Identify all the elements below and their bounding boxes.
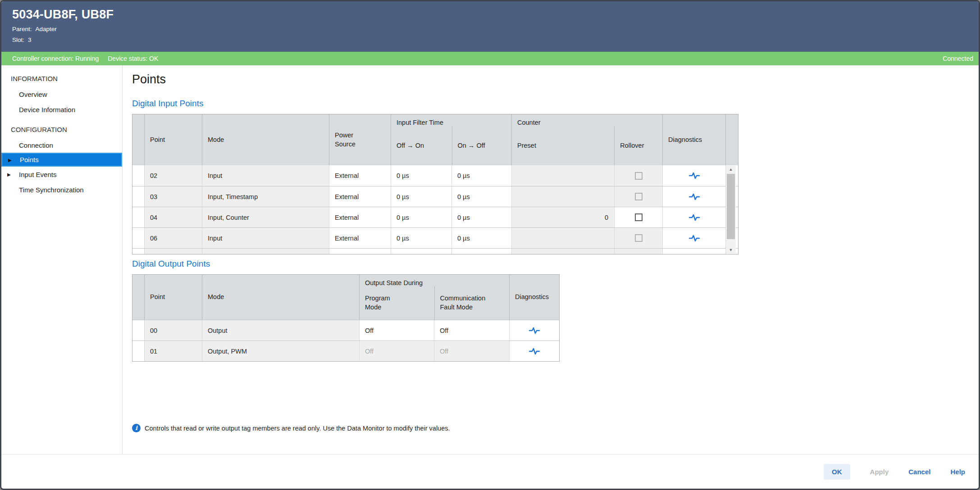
scroll-up-arrow-icon[interactable]: ▲ [726, 166, 736, 173]
diagnostics-pulse-icon[interactable] [689, 171, 700, 180]
off-on-cell[interactable]: 0 µs [391, 186, 452, 207]
col-header-mode: Mode [202, 136, 224, 145]
sidebar-item-label: Input Events [19, 171, 56, 178]
sidebar-item-label: Time Synchronization [19, 186, 84, 194]
on-off-cell[interactable]: 0 µs [452, 249, 512, 254]
connection-state: Connected [943, 55, 973, 62]
read-only-note: i Controls that read or write output tag… [132, 424, 979, 432]
apply-button[interactable]: Apply [870, 468, 889, 476]
col-header-rollover: Rollover [615, 141, 644, 150]
sidebar-section-configuration: CONFIGURATION [1, 122, 122, 137]
slot-row: Slot: 3 [12, 36, 968, 43]
col-group-output-state-during: Output State During [360, 275, 509, 286]
communication-fault-mode-cell[interactable]: Off [434, 320, 510, 340]
parent-value: Adapter [36, 26, 57, 32]
col-header-mode: Mode [202, 293, 224, 302]
mode-cell: Input, Counter [202, 207, 329, 227]
diagnostics-cell[interactable] [510, 320, 559, 340]
diagnostics-pulse-icon[interactable] [689, 234, 700, 243]
rollover-checkbox [635, 193, 643, 200]
program-mode-cell: Off [360, 341, 434, 361]
diagnostics-pulse-icon[interactable] [689, 192, 700, 201]
sidebar-item-overview[interactable]: Overview [1, 86, 122, 102]
sidebar-item-label: Points [20, 156, 39, 163]
help-button[interactable]: Help [950, 468, 965, 476]
preset-cell [512, 228, 615, 248]
row-selector[interactable] [132, 186, 145, 207]
off-on-cell[interactable]: 0 µs [391, 228, 452, 248]
sidebar-item-label: Connection [19, 141, 53, 149]
row-selector[interactable] [132, 207, 145, 227]
row-selector[interactable] [132, 228, 145, 248]
on-off-cell[interactable]: 0 µs [452, 186, 512, 207]
table-row: 00 Output Off Off [132, 320, 559, 340]
off-on-cell[interactable]: 0 µs [391, 249, 452, 254]
digital-input-points-heading[interactable]: Digital Input Points [132, 99, 979, 109]
row-selector-header [132, 275, 145, 320]
status-bar: Controller connection: Running Device st… [1, 52, 979, 65]
table-row: 07 Input External 0 µs 0 µs [132, 248, 738, 254]
table-row: 03 Input, Timestamp External 0 µs 0 µs [132, 186, 738, 207]
ok-button[interactable]: OK [824, 464, 850, 480]
diagnostics-cell[interactable] [663, 249, 726, 254]
sidebar-item-device-information[interactable]: Device Information [1, 102, 122, 117]
scrollbar-header-spacer [726, 114, 738, 165]
sidebar-item-points[interactable]: ▶ Points [1, 153, 122, 167]
row-selector[interactable] [132, 249, 145, 254]
digital-output-points-heading[interactable]: Digital Output Points [132, 259, 979, 269]
table-row: 01 Output, PWM Off Off [132, 340, 559, 361]
col-header-on-off: On → Off [452, 141, 485, 150]
power-source-cell: External [329, 249, 391, 254]
scrollbar-thumb[interactable] [727, 174, 735, 239]
communication-fault-mode-cell: Off [434, 341, 510, 361]
on-off-cell[interactable]: 0 µs [452, 228, 512, 248]
point-cell: 04 [145, 207, 202, 227]
diagnostics-pulse-icon[interactable] [689, 213, 700, 222]
col-header-point: Point [145, 293, 165, 302]
titlebar: 5034-UB8F, UB8F Parent: Adapter Slot: 3 [1, 1, 979, 52]
expand-arrow-icon[interactable]: ▶ [8, 157, 12, 162]
device-status: Device status: OK [108, 55, 158, 62]
scroll-down-arrow-icon[interactable]: ▼ [726, 246, 736, 254]
on-off-cell[interactable]: 0 µs [452, 207, 512, 227]
sidebar-item-input-events[interactable]: ▶ Input Events [1, 167, 122, 182]
preset-cell [512, 249, 615, 254]
preset-cell [512, 165, 615, 186]
sidebar-item-connection[interactable]: Connection [1, 137, 122, 153]
off-on-cell[interactable]: 0 µs [391, 165, 452, 186]
row-selector[interactable] [132, 341, 145, 361]
on-off-cell[interactable]: 0 µs [452, 165, 512, 186]
diagnostics-cell[interactable] [510, 341, 559, 361]
rollover-cell [615, 207, 663, 227]
parent-label: Parent: [12, 26, 32, 32]
sidebar-item-time-synchronization[interactable]: Time Synchronization [1, 182, 122, 197]
diagnostics-cell[interactable] [663, 228, 726, 248]
col-header-point: Point [145, 136, 165, 145]
cancel-button[interactable]: Cancel [908, 468, 930, 476]
vertical-scrollbar[interactable]: ▲ ▼ [726, 166, 736, 254]
diagnostics-cell[interactable] [663, 186, 726, 207]
point-cell: 03 [145, 186, 202, 207]
parent-row: Parent: Adapter [12, 26, 968, 32]
device-title: 5034-UB8F, UB8F [12, 8, 968, 22]
rollover-checkbox [635, 234, 643, 242]
diagnostics-cell[interactable] [663, 165, 726, 186]
rollover-checkbox [635, 172, 643, 180]
preset-cell[interactable]: 0 [512, 207, 615, 227]
col-header-preset: Preset [512, 141, 536, 150]
off-on-cell[interactable]: 0 µs [391, 207, 452, 227]
rollover-checkbox[interactable] [635, 213, 643, 221]
row-selector[interactable] [132, 320, 145, 340]
row-selector[interactable] [132, 165, 145, 186]
expand-arrow-icon[interactable]: ▶ [7, 172, 11, 177]
sidebar: INFORMATION Overview Device Information … [1, 65, 123, 454]
rollover-cell [615, 186, 663, 207]
program-mode-cell[interactable]: Off [360, 320, 434, 340]
preset-cell [512, 186, 615, 207]
power-source-cell: External [329, 228, 391, 248]
diagnostics-pulse-icon[interactable] [529, 326, 540, 335]
col-group-counter: Counter [512, 114, 662, 126]
col-header-diagnostics: Diagnostics [663, 136, 702, 145]
diagnostics-pulse-icon[interactable] [529, 347, 540, 356]
diagnostics-cell[interactable] [663, 207, 726, 227]
